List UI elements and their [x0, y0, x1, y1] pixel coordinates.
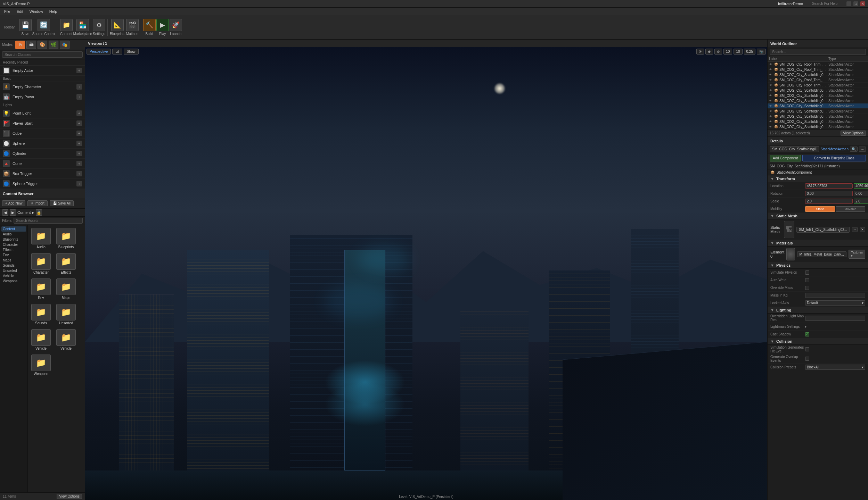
- cb-forward-button[interactable]: ▶: [10, 209, 16, 216]
- outliner-item[interactable]: 👁 📦 SM_COG_City_Scaffolding02b171 Static…: [768, 103, 868, 109]
- show-button[interactable]: Show: [124, 49, 139, 55]
- play-button[interactable]: ▶ Play: [156, 19, 169, 36]
- cast-shadow-checkbox[interactable]: ✓: [805, 332, 809, 336]
- viewport[interactable]: Perspective Lit Show ⟳ ⊕ ⊙ 10 10 0.25 📷 …: [85, 47, 767, 500]
- cb-tree-item-weapons[interactable]: Weapons: [1, 278, 26, 284]
- add-component-button[interactable]: Add Component: [770, 155, 801, 161]
- marketplace-button[interactable]: 🏪 Marketplace: [73, 19, 92, 36]
- cb-folder-unsorted[interactable]: 📁 Unsorted: [54, 302, 78, 326]
- cb-folder-effects[interactable]: 📁 Effects: [54, 252, 78, 276]
- place-cube[interactable]: ⬛ Cube +: [0, 128, 85, 139]
- cb-view-options-button[interactable]: View Options: [57, 494, 82, 499]
- cb-tree-item-effects[interactable]: Effects: [1, 247, 26, 252]
- mass-input[interactable]: [805, 293, 865, 298]
- vp-ctrl-10-1[interactable]: 10: [723, 49, 732, 55]
- override-mass-checkbox[interactable]: [805, 286, 809, 290]
- outliner-view-options-button[interactable]: View Options: [841, 131, 866, 136]
- outliner-item[interactable]: 👁 📦 SM_COG_City_Scaffolding02b173 Static…: [768, 114, 868, 119]
- cb-folder-vehicle2[interactable]: 📁 Vehicle: [54, 328, 78, 352]
- menu-edit[interactable]: Edit: [14, 9, 26, 14]
- mode-foliage-button[interactable]: 🌿: [49, 41, 58, 49]
- vp-ctrl-10-2[interactable]: 10: [734, 49, 742, 55]
- cb-tree-item-audio[interactable]: Audio: [1, 232, 26, 237]
- empty-pawn-add-btn[interactable]: +: [76, 94, 82, 100]
- window-maximize-button[interactable]: □: [853, 1, 858, 6]
- sphere-add-btn[interactable]: +: [76, 141, 82, 146]
- cb-back-button[interactable]: ◀: [2, 209, 8, 216]
- cb-folder-env[interactable]: 📁 Env: [29, 277, 53, 301]
- outliner-item[interactable]: 👁 📦 SM_COG_City_Scaffolding02b172 Static…: [768, 109, 868, 114]
- place-empty-pawn[interactable]: 🤖 Empty Pawn +: [0, 92, 85, 102]
- actor-name-input[interactable]: [770, 146, 819, 152]
- browse-actor-button[interactable]: →: [859, 147, 866, 152]
- mode-landscape-button[interactable]: 🏔: [26, 41, 36, 49]
- static-mesh-clear-button[interactable]: ✕: [860, 227, 865, 232]
- cone-add-btn[interactable]: +: [76, 161, 82, 166]
- player-start-add-btn[interactable]: +: [76, 120, 82, 126]
- location-y-input[interactable]: [854, 183, 868, 189]
- outliner-item[interactable]: 👁 📦 SM_COG_City_Roof_Trim_VarB_Middle419…: [768, 62, 868, 67]
- cb-folder-character[interactable]: 📁 Character: [29, 252, 53, 276]
- search-classes-input[interactable]: [2, 51, 83, 58]
- menu-file[interactable]: File: [1, 9, 13, 14]
- physics-section[interactable]: ▼ Physics: [768, 262, 868, 269]
- place-empty-character[interactable]: 🧍 Empty Character +: [0, 82, 85, 92]
- materials-section[interactable]: ▼ Materials: [768, 240, 868, 247]
- sphere-trigger-add-btn[interactable]: +: [76, 181, 82, 186]
- window-minimize-button[interactable]: –: [846, 1, 851, 6]
- actor-class-link[interactable]: StaticMeshActor.h: [820, 147, 849, 151]
- menu-help[interactable]: Help: [47, 9, 60, 14]
- outliner-search-input[interactable]: [770, 49, 866, 55]
- outliner-item[interactable]: 👁 📦 SM_COG_City_Scaffolding02b197 Static…: [768, 119, 868, 124]
- vp-ctrl-1[interactable]: ⟳: [696, 49, 704, 55]
- cb-folder-maps[interactable]: 📁 Maps: [54, 277, 78, 301]
- outliner-item[interactable]: 👁 📦 SM_COG_City_Roof_Trim_VarB_Middle458…: [768, 77, 868, 83]
- build-button[interactable]: 🔨 Build: [143, 19, 156, 36]
- scale-y-input[interactable]: [854, 199, 868, 204]
- mode-paint-button[interactable]: 🎨: [38, 41, 47, 49]
- empty-character-add-btn[interactable]: +: [76, 84, 82, 90]
- vp-ctrl-2[interactable]: ⊕: [705, 49, 713, 55]
- cb-tree-item-blueprints[interactable]: Blueprints: [1, 237, 26, 242]
- outliner-item[interactable]: 👁 📦 SM_COG_City_Roof_Trim_VarB_Middle459…: [768, 83, 868, 88]
- save-button[interactable]: 💾 Save: [19, 19, 32, 36]
- place-sphere-trigger[interactable]: 🔵 Sphere Trigger +: [0, 179, 85, 189]
- window-close-button[interactable]: ✕: [860, 1, 865, 6]
- save-all-button[interactable]: 💾 Save All: [50, 200, 74, 206]
- cb-tree-item-content[interactable]: Content: [1, 226, 26, 232]
- mode-place-button[interactable]: 🖱: [15, 41, 25, 49]
- rotation-x-input[interactable]: [805, 191, 853, 196]
- mobility-movable-button[interactable]: Movable: [836, 206, 866, 212]
- static-mesh-section[interactable]: ▼ Static Mesh: [768, 213, 868, 219]
- locked-axis-dropdown[interactable]: Default ▾: [805, 300, 865, 306]
- cylinder-add-btn[interactable]: +: [76, 151, 82, 156]
- cube-add-btn[interactable]: +: [76, 131, 82, 136]
- settings-button[interactable]: ⚙ Settings: [93, 19, 105, 36]
- matinee-button[interactable]: 🎬 Matinee: [126, 19, 139, 36]
- blueprints-button[interactable]: 📐 Blueprints: [110, 19, 125, 36]
- box-trigger-add-btn[interactable]: +: [76, 171, 82, 176]
- collision-section[interactable]: ▼ Collision: [768, 338, 868, 345]
- outliner-item[interactable]: 👁 📦 SM_COG_City_Scaffolding02168 StaticM…: [768, 88, 868, 93]
- outliner-item[interactable]: 👁 📦 SM_COG_City_Roof_Trim_VarB_Middle420…: [768, 67, 868, 72]
- collision-presets-dropdown[interactable]: BlockAll ▾: [805, 365, 865, 370]
- transform-section[interactable]: ▼ Transform: [768, 176, 868, 182]
- search-actor-button[interactable]: 🔍: [850, 147, 858, 152]
- cb-lock-button[interactable]: 🔒: [36, 209, 42, 216]
- cb-folder-vehicle[interactable]: 📁 Vehicle: [29, 328, 53, 352]
- cb-tree-item-maps[interactable]: Maps: [1, 258, 26, 263]
- place-cone[interactable]: 🔺 Cone +: [0, 159, 85, 169]
- textures-dropdown-button[interactable]: Textures ▾: [849, 250, 865, 259]
- cb-folder-blueprints[interactable]: 📁 Blueprints: [54, 226, 78, 250]
- outliner-item[interactable]: 👁 📦 SM_COG_City_Scaffolding02170 StaticM…: [768, 98, 868, 103]
- place-cylinder[interactable]: 🔵 Cylinder +: [0, 149, 85, 159]
- perspective-button[interactable]: Perspective: [87, 49, 111, 55]
- lit-button[interactable]: Lit: [112, 49, 122, 55]
- mobility-static-button[interactable]: Static: [805, 206, 835, 212]
- place-player-start[interactable]: 🚩 Player Start +: [0, 118, 85, 128]
- sim-gen-checkbox[interactable]: [805, 347, 809, 351]
- outliner-item[interactable]: 👁 📦 SM_COG_City_Scaffolding02169 StaticM…: [768, 93, 868, 98]
- cb-tree-item-character[interactable]: Character: [1, 242, 26, 247]
- place-sphere[interactable]: ⚪ Sphere +: [0, 139, 85, 149]
- import-button[interactable]: ⬇ Import: [27, 200, 47, 206]
